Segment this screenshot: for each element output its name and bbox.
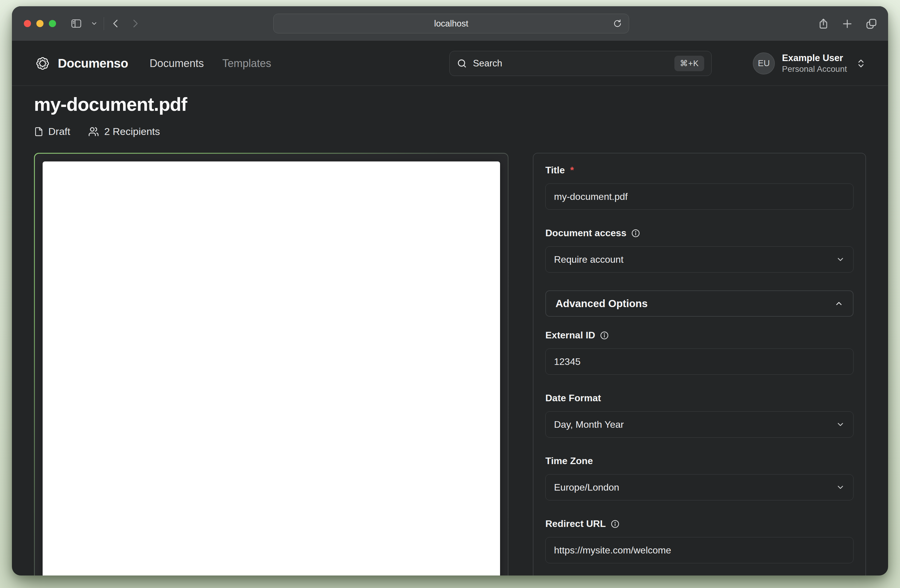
status-draft: Draft xyxy=(34,126,70,137)
back-button[interactable] xyxy=(106,18,126,29)
account-name: Example User xyxy=(782,53,847,64)
nav-templates[interactable]: Templates xyxy=(222,57,271,70)
document-access-label: Document access xyxy=(545,227,853,238)
chevron-up-icon xyxy=(835,299,843,308)
external-id-label: External ID xyxy=(545,330,853,341)
date-format-select[interactable]: Day, Month Year xyxy=(545,412,853,438)
pdf-page xyxy=(43,161,500,576)
file-icon xyxy=(34,127,43,136)
advanced-options-toggle[interactable]: Advanced Options xyxy=(545,291,853,317)
minimize-window-button[interactable] xyxy=(36,20,43,27)
close-window-button[interactable] xyxy=(24,20,31,27)
title-label: Title* xyxy=(545,165,853,176)
info-icon[interactable] xyxy=(611,520,619,528)
document-settings-panel: Title* Document access Require account xyxy=(533,153,866,576)
status-draft-label: Draft xyxy=(48,126,70,137)
search-shortcut-badge: ⌘+K xyxy=(674,56,704,71)
search-icon xyxy=(457,58,467,68)
users-icon xyxy=(88,126,99,137)
required-asterisk: * xyxy=(570,165,574,176)
page-title: my-document.pdf xyxy=(34,94,866,115)
account-menu[interactable]: EU Example User Personal Account xyxy=(753,53,866,74)
time-zone-select[interactable]: Europe/London xyxy=(545,474,853,500)
document-preview-card xyxy=(34,153,508,576)
share-icon[interactable] xyxy=(818,18,829,29)
titlebar-divider xyxy=(104,17,104,30)
status-recipients: 2 Recipients xyxy=(88,126,160,137)
document-edit-page: my-document.pdf Draft 2 Recipients xyxy=(12,94,888,576)
new-tab-icon[interactable] xyxy=(842,18,853,29)
address-bar-url: localhost xyxy=(434,19,468,29)
chevrons-up-down-icon xyxy=(856,58,866,68)
documenso-logo-icon xyxy=(34,55,51,72)
info-icon[interactable] xyxy=(631,229,640,238)
sidebar-toggle-icon[interactable] xyxy=(66,18,87,29)
reload-icon[interactable] xyxy=(613,19,622,28)
address-bar[interactable]: localhost xyxy=(273,14,629,33)
tab-overview-icon[interactable] xyxy=(866,18,877,30)
title-input[interactable] xyxy=(545,184,853,210)
brand-wordmark: Documenso xyxy=(58,56,128,71)
info-icon[interactable] xyxy=(600,331,609,340)
chevron-down-icon xyxy=(836,255,845,264)
browser-window: localhost xyxy=(12,6,888,576)
redirect-url-label: Redirect URL xyxy=(545,518,853,529)
brand[interactable]: Documenso xyxy=(34,55,128,72)
sidebar-chevron-icon[interactable] xyxy=(87,20,102,27)
account-type: Personal Account xyxy=(782,64,847,74)
search-placeholder: Search xyxy=(473,58,502,69)
avatar: EU xyxy=(753,53,775,74)
global-search[interactable]: Search ⌘+K xyxy=(449,51,712,76)
main-nav: Documents Templates xyxy=(150,57,271,70)
forward-button[interactable] xyxy=(126,18,145,29)
chevron-down-icon xyxy=(836,420,845,429)
status-row: Draft 2 Recipients xyxy=(34,126,866,137)
date-format-label: Date Format xyxy=(545,393,853,404)
nav-documents[interactable]: Documents xyxy=(150,57,204,70)
chevron-down-icon xyxy=(836,483,845,492)
traffic-lights xyxy=(24,20,56,27)
document-access-select[interactable]: Require account xyxy=(545,246,853,272)
time-zone-label: Time Zone xyxy=(545,455,853,466)
status-recipients-label: 2 Recipients xyxy=(104,126,160,137)
redirect-url-input[interactable] xyxy=(545,537,853,563)
browser-titlebar: localhost xyxy=(12,6,888,41)
external-id-input[interactable] xyxy=(545,348,853,375)
zoom-window-button[interactable] xyxy=(49,20,56,27)
app-header: Documenso Documents Templates Search ⌘+K… xyxy=(12,41,888,86)
